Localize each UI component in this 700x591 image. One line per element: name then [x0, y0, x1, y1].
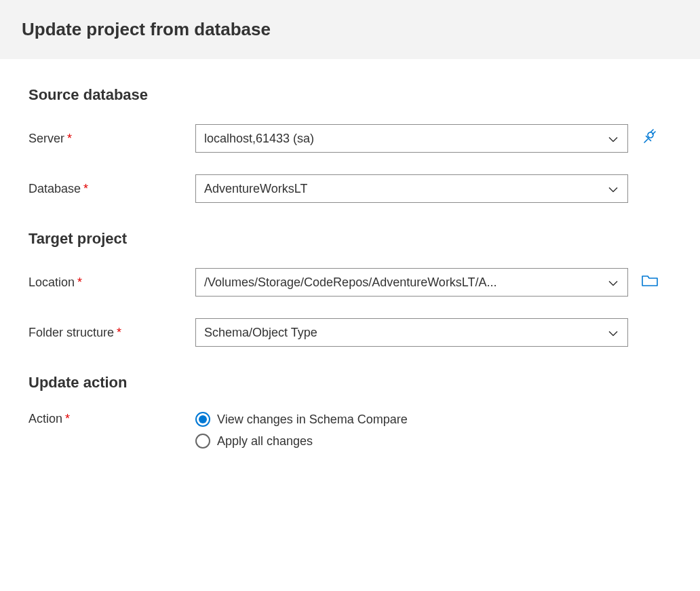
radio-apply-all[interactable]: Apply all changes — [195, 434, 408, 449]
radio-icon — [195, 412, 210, 427]
location-select[interactable]: /Volumes/Storage/CodeRepos/AdventureWork… — [195, 268, 628, 297]
database-label: Database* — [28, 182, 195, 196]
required-asterisk: * — [65, 412, 70, 425]
action-row: Action* View changes in Schema Compare A… — [28, 412, 672, 449]
required-asterisk: * — [67, 132, 72, 145]
radio-view-changes-label: View changes in Schema Compare — [217, 413, 408, 427]
server-label: Server* — [28, 132, 195, 146]
source-database-section: Source database Server* localhost,61433 … — [28, 86, 672, 203]
server-value: localhost,61433 (sa) — [204, 132, 314, 146]
location-row: Location* /Volumes/Storage/CodeRepos/Adv… — [28, 268, 672, 297]
chevron-down-icon — [608, 275, 618, 290]
folder-structure-select[interactable]: Schema/Object Type — [195, 318, 628, 347]
plug-icon — [641, 128, 659, 149]
folder-icon — [641, 273, 659, 291]
radio-view-changes[interactable]: View changes in Schema Compare — [195, 412, 408, 427]
database-select[interactable]: AdventureWorksLT — [195, 174, 628, 203]
database-value: AdventureWorksLT — [204, 182, 307, 196]
required-asterisk: * — [117, 326, 121, 339]
location-label: Location* — [28, 275, 195, 290]
radio-apply-all-label: Apply all changes — [217, 434, 313, 449]
dialog-content: Source database Server* localhost,61433 … — [0, 59, 700, 503]
folder-structure-row: Folder structure* Schema/Object Type — [28, 318, 672, 347]
connection-button[interactable] — [640, 129, 659, 148]
dialog-title: Update project from database — [22, 19, 678, 40]
required-asterisk: * — [77, 275, 82, 289]
dialog-header: Update project from database — [0, 0, 700, 59]
update-action-section: Update action Action* View changes in Sc… — [28, 374, 672, 449]
required-asterisk: * — [83, 182, 88, 195]
server-select[interactable]: localhost,61433 (sa) — [195, 124, 628, 153]
target-project-title: Target project — [28, 230, 672, 248]
action-label: Action* — [28, 412, 195, 426]
folder-structure-value: Schema/Object Type — [204, 326, 317, 340]
browse-folder-button[interactable] — [640, 273, 659, 292]
folder-structure-label: Folder structure* — [28, 326, 195, 340]
action-radio-group: View changes in Schema Compare Apply all… — [195, 412, 408, 449]
chevron-down-icon — [608, 132, 618, 146]
chevron-down-icon — [608, 326, 618, 340]
radio-icon — [195, 434, 210, 449]
chevron-down-icon — [608, 182, 618, 196]
location-value: /Volumes/Storage/CodeRepos/AdventureWork… — [204, 275, 497, 290]
update-action-title: Update action — [28, 374, 672, 392]
server-row: Server* localhost,61433 (sa) — [28, 124, 672, 153]
source-database-title: Source database — [28, 86, 672, 104]
target-project-section: Target project Location* /Volumes/Storag… — [28, 230, 672, 347]
database-row: Database* AdventureWorksLT — [28, 174, 672, 203]
